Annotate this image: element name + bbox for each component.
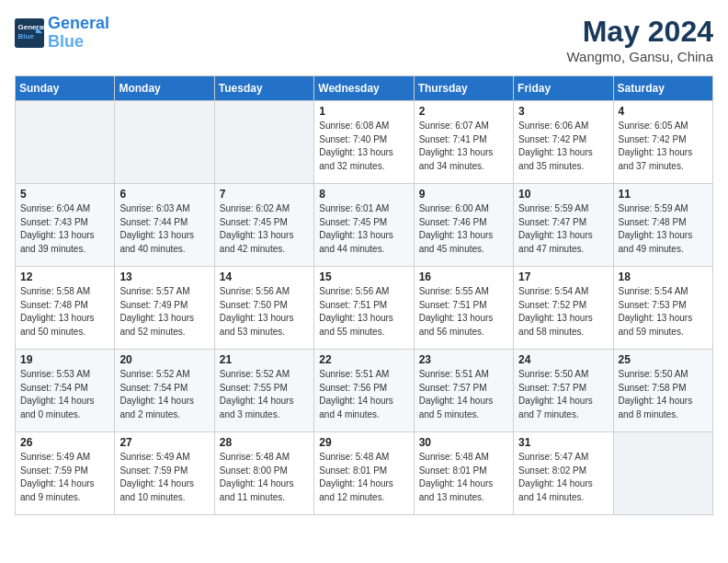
calendar-cell: 7Sunrise: 6:02 AM Sunset: 7:45 PM Daylig… [214, 184, 313, 267]
weekday-header-row: SundayMondayTuesdayWednesdayThursdayFrid… [16, 76, 713, 101]
calendar-cell: 9Sunrise: 6:00 AM Sunset: 7:46 PM Daylig… [414, 184, 513, 267]
weekday-sunday: Sunday [16, 76, 115, 101]
cell-content: Sunrise: 6:04 AM Sunset: 7:43 PM Dayligh… [20, 202, 109, 256]
cell-content: Sunrise: 6:06 AM Sunset: 7:42 PM Dayligh… [518, 120, 608, 173]
calendar-cell [16, 101, 115, 184]
day-number: 20 [119, 353, 209, 366]
calendar-week-2: 5Sunrise: 6:04 AM Sunset: 7:43 PM Daylig… [16, 184, 713, 267]
calendar-week-1: 1Sunrise: 6:08 AM Sunset: 7:40 PM Daylig… [16, 101, 713, 184]
calendar-cell: 3Sunrise: 6:06 AM Sunset: 7:42 PM Daylig… [514, 101, 613, 184]
calendar-cell: 20Sunrise: 5:52 AM Sunset: 7:54 PM Dayli… [115, 350, 214, 432]
cell-content: Sunrise: 5:47 AM Sunset: 8:02 PM Dayligh… [518, 451, 608, 504]
day-number: 8 [319, 188, 408, 201]
calendar-cell: 12Sunrise: 5:58 AM Sunset: 7:48 PM Dayli… [16, 267, 115, 350]
cell-content: Sunrise: 5:56 AM Sunset: 7:50 PM Dayligh… [220, 285, 309, 339]
day-number: 28 [220, 436, 309, 449]
calendar-cell: 28Sunrise: 5:48 AM Sunset: 8:00 PM Dayli… [214, 432, 313, 515]
weekday-monday: Monday [115, 76, 214, 101]
day-number: 15 [319, 270, 408, 283]
calendar-cell: 11Sunrise: 5:59 AM Sunset: 7:48 PM Dayli… [613, 184, 712, 267]
day-number: 29 [319, 436, 408, 449]
cell-content: Sunrise: 5:53 AM Sunset: 7:54 PM Dayligh… [20, 368, 109, 421]
cell-content: Sunrise: 5:59 AM Sunset: 7:48 PM Dayligh… [619, 202, 708, 256]
cell-content: Sunrise: 5:48 AM Sunset: 8:01 PM Dayligh… [419, 451, 508, 504]
day-number: 7 [220, 188, 309, 201]
cell-content: Sunrise: 5:58 AM Sunset: 7:48 PM Dayligh… [20, 285, 109, 339]
calendar-table: SundayMondayTuesdayWednesdayThursdayFrid… [15, 75, 713, 515]
cell-content: Sunrise: 6:02 AM Sunset: 7:45 PM Dayligh… [220, 202, 309, 256]
cell-content: Sunrise: 6:07 AM Sunset: 7:41 PM Dayligh… [419, 120, 508, 173]
calendar-cell: 13Sunrise: 5:57 AM Sunset: 7:49 PM Dayli… [115, 267, 214, 350]
day-number: 6 [119, 188, 209, 201]
cell-content: Sunrise: 5:49 AM Sunset: 7:59 PM Dayligh… [119, 451, 209, 504]
cell-content: Sunrise: 5:54 AM Sunset: 7:52 PM Dayligh… [518, 285, 608, 339]
day-number: 3 [518, 105, 608, 118]
day-number: 5 [20, 188, 109, 201]
calendar-cell: 23Sunrise: 5:51 AM Sunset: 7:57 PM Dayli… [414, 350, 513, 432]
calendar-cell: 22Sunrise: 5:51 AM Sunset: 7:56 PM Dayli… [314, 350, 414, 432]
calendar-week-4: 19Sunrise: 5:53 AM Sunset: 7:54 PM Dayli… [16, 350, 713, 432]
weekday-saturday: Saturday [613, 76, 712, 101]
calendar-cell: 19Sunrise: 5:53 AM Sunset: 7:54 PM Dayli… [16, 350, 115, 432]
weekday-friday: Friday [514, 76, 613, 101]
title-block: May 2024 Wangmo, Gansu, China [566, 15, 713, 64]
cell-content: Sunrise: 5:48 AM Sunset: 8:00 PM Dayligh… [220, 451, 309, 504]
day-number: 23 [419, 353, 508, 366]
calendar-cell: 21Sunrise: 5:52 AM Sunset: 7:55 PM Dayli… [214, 350, 313, 432]
weekday-thursday: Thursday [414, 76, 513, 101]
day-number: 22 [319, 353, 408, 366]
day-number: 11 [619, 188, 708, 201]
calendar-cell [613, 432, 712, 515]
day-number: 14 [220, 270, 309, 283]
calendar-week-5: 26Sunrise: 5:49 AM Sunset: 7:59 PM Dayli… [16, 432, 713, 515]
calendar-cell: 6Sunrise: 6:03 AM Sunset: 7:44 PM Daylig… [115, 184, 214, 267]
cell-content: Sunrise: 5:56 AM Sunset: 7:51 PM Dayligh… [319, 285, 408, 339]
calendar-cell: 31Sunrise: 5:47 AM Sunset: 8:02 PM Dayli… [514, 432, 613, 515]
calendar-cell: 2Sunrise: 6:07 AM Sunset: 7:41 PM Daylig… [414, 101, 513, 184]
day-number: 12 [20, 270, 109, 283]
calendar-cell: 29Sunrise: 5:48 AM Sunset: 8:01 PM Dayli… [314, 432, 414, 515]
cell-content: Sunrise: 6:03 AM Sunset: 7:44 PM Dayligh… [119, 202, 209, 256]
logo: General Blue GeneralBlue [15, 15, 109, 52]
cell-content: Sunrise: 5:54 AM Sunset: 7:53 PM Dayligh… [619, 285, 708, 339]
calendar-cell: 16Sunrise: 5:55 AM Sunset: 7:51 PM Dayli… [414, 267, 513, 350]
logo-icon: General Blue [15, 18, 44, 48]
calendar-cell: 25Sunrise: 5:50 AM Sunset: 7:58 PM Dayli… [613, 350, 712, 432]
month-title: May 2024 [566, 15, 713, 49]
day-number: 4 [619, 105, 708, 118]
day-number: 30 [419, 436, 508, 449]
calendar-cell: 24Sunrise: 5:50 AM Sunset: 7:57 PM Dayli… [514, 350, 613, 432]
day-number: 10 [518, 188, 608, 201]
cell-content: Sunrise: 5:51 AM Sunset: 7:56 PM Dayligh… [319, 368, 408, 421]
cell-content: Sunrise: 5:59 AM Sunset: 7:47 PM Dayligh… [518, 202, 608, 256]
calendar-body: 1Sunrise: 6:08 AM Sunset: 7:40 PM Daylig… [16, 101, 713, 515]
calendar-cell: 8Sunrise: 6:01 AM Sunset: 7:45 PM Daylig… [314, 184, 414, 267]
day-number: 13 [119, 270, 209, 283]
day-number: 26 [20, 436, 109, 449]
cell-content: Sunrise: 5:55 AM Sunset: 7:51 PM Dayligh… [419, 285, 508, 339]
cell-content: Sunrise: 5:52 AM Sunset: 7:54 PM Dayligh… [119, 368, 209, 421]
page-header: General Blue GeneralBlue May 2024 Wangmo… [15, 15, 713, 64]
calendar-cell: 26Sunrise: 5:49 AM Sunset: 7:59 PM Dayli… [16, 432, 115, 515]
cell-content: Sunrise: 5:49 AM Sunset: 7:59 PM Dayligh… [20, 451, 109, 504]
calendar-cell [214, 101, 313, 184]
calendar-cell: 18Sunrise: 5:54 AM Sunset: 7:53 PM Dayli… [613, 267, 712, 350]
calendar-cell [115, 101, 214, 184]
cell-content: Sunrise: 6:08 AM Sunset: 7:40 PM Dayligh… [319, 120, 408, 173]
cell-content: Sunrise: 6:01 AM Sunset: 7:45 PM Dayligh… [319, 202, 408, 256]
calendar-cell: 30Sunrise: 5:48 AM Sunset: 8:01 PM Dayli… [414, 432, 513, 515]
day-number: 1 [319, 105, 408, 118]
cell-content: Sunrise: 5:51 AM Sunset: 7:57 PM Dayligh… [419, 368, 508, 421]
day-number: 16 [419, 270, 508, 283]
location-subtitle: Wangmo, Gansu, China [566, 49, 713, 64]
cell-content: Sunrise: 5:50 AM Sunset: 7:58 PM Dayligh… [619, 368, 708, 421]
cell-content: Sunrise: 6:00 AM Sunset: 7:46 PM Dayligh… [419, 202, 508, 256]
day-number: 25 [619, 353, 708, 366]
logo-text: GeneralBlue [48, 15, 109, 52]
calendar-cell: 15Sunrise: 5:56 AM Sunset: 7:51 PM Dayli… [314, 267, 414, 350]
svg-text:Blue: Blue [18, 32, 35, 40]
weekday-tuesday: Tuesday [214, 76, 313, 101]
day-number: 17 [518, 270, 608, 283]
cell-content: Sunrise: 5:52 AM Sunset: 7:55 PM Dayligh… [220, 368, 309, 421]
calendar-cell: 14Sunrise: 5:56 AM Sunset: 7:50 PM Dayli… [214, 267, 313, 350]
